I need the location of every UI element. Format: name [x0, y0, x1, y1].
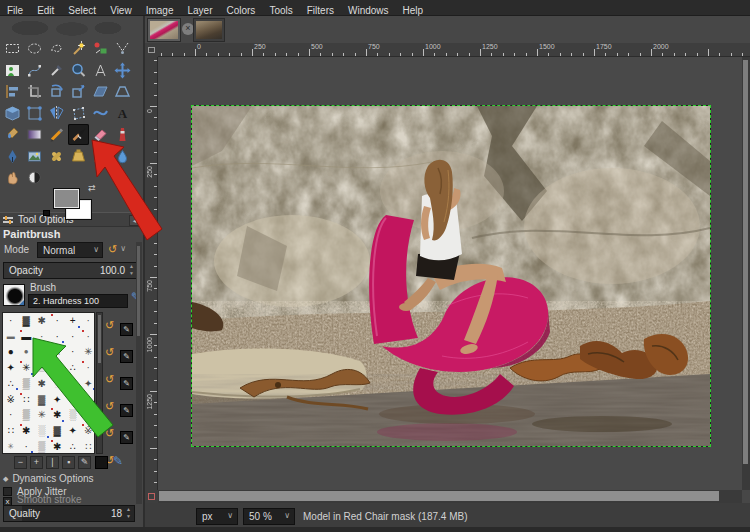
brush-cell[interactable]: · — [65, 329, 81, 345]
tool-color-picker[interactable] — [46, 60, 67, 81]
brush-color-swatch[interactable] — [95, 456, 108, 469]
tool-mypaint-brush[interactable] — [90, 146, 111, 167]
mode-reset-button[interactable]: ↺ ∨ — [108, 243, 138, 258]
canvas-viewport[interactable] — [158, 57, 742, 490]
brush-cell[interactable]: ░ — [34, 423, 50, 439]
tool-shear[interactable] — [90, 81, 111, 102]
brush-cell[interactable]: ✱ — [34, 376, 50, 392]
tool-bucket-fill[interactable] — [2, 124, 23, 145]
brush-cell[interactable]: ✱ — [34, 313, 50, 329]
tool-flip[interactable] — [46, 103, 67, 124]
ruler-corner-button[interactable] — [145, 43, 158, 57]
tool-scissors-select[interactable] — [112, 38, 133, 59]
active-brush-thumbnail[interactable] — [3, 284, 25, 306]
brush-cell[interactable]: ▬ — [19, 329, 35, 345]
brush-cell[interactable]: ✱ — [50, 439, 66, 454]
tool-smudge[interactable] — [2, 167, 23, 188]
brush-cell[interactable]: ✱ — [19, 423, 35, 439]
brush-cell[interactable]: ● — [19, 344, 35, 360]
zoom-dropdown[interactable]: 50 % ∨ — [243, 508, 295, 525]
brush-cell[interactable]: ▓ — [50, 423, 66, 439]
tool-perspective-clone[interactable] — [68, 146, 89, 167]
brush-list-scrollbar[interactable] — [96, 312, 103, 454]
brush-cell[interactable]: ● — [65, 392, 81, 408]
swap-colors-icon[interactable]: ⇄ — [88, 183, 96, 193]
brush-action-button[interactable]: ✎ — [120, 350, 133, 363]
tool-airbrush[interactable] — [112, 124, 133, 145]
brush-cell[interactable]: ▒ — [19, 376, 35, 392]
tool-heal[interactable] — [46, 146, 67, 167]
brush-cell[interactable]: ✱ — [50, 407, 66, 423]
brush-cell[interactable]: ░ — [65, 407, 81, 423]
brush-cell[interactable]: ✦ — [50, 392, 66, 408]
tool-fuzzy-select[interactable] — [68, 38, 89, 59]
brush-cell[interactable]: ✦ — [81, 376, 96, 392]
refresh-icon[interactable]: ↺ — [105, 373, 118, 386]
brush-cell[interactable]: · — [34, 329, 50, 345]
tool-blur-sharpen[interactable] — [112, 146, 133, 167]
brush-cell[interactable]: ░ — [50, 376, 66, 392]
opacity-slider[interactable]: Opacity 100.0 ▲▼ — [3, 262, 138, 279]
brush-cell[interactable]: · — [50, 313, 66, 329]
tool-paths[interactable] — [24, 60, 45, 81]
dock-menu-button[interactable]: ◂ — [129, 215, 140, 226]
tool-cage-transform[interactable] — [68, 103, 89, 124]
brush-cell[interactable]: · — [3, 407, 19, 423]
brush-cell[interactable]: · — [65, 344, 81, 360]
tool-ink[interactable] — [2, 146, 23, 167]
brush-action-button[interactable]: ✎ — [120, 323, 133, 336]
unit-dropdown[interactable]: px ∨ — [196, 508, 238, 525]
brush-cell[interactable]: ∷ — [3, 423, 19, 439]
tool-measure[interactable] — [90, 60, 111, 81]
brush-cell[interactable]: ▓ — [34, 392, 50, 408]
image-tab-red-chair[interactable] — [147, 18, 181, 42]
quality-spinner[interactable]: ▲▼ — [124, 506, 133, 521]
tool-options-scrollbar[interactable] — [136, 242, 142, 504]
edit-brush-icon[interactable]: ✎ — [113, 454, 123, 468]
tool-dodge-burn[interactable] — [24, 167, 45, 188]
brush-action-button[interactable]: ✎ — [120, 404, 133, 417]
brush-cell[interactable]: ▬ — [3, 329, 19, 345]
refresh-icon[interactable]: ↺ — [105, 400, 118, 413]
horizontal-scrollbar[interactable] — [158, 490, 742, 503]
dynamics-options-row[interactable]: ◆Dynamics Options — [3, 473, 94, 485]
brush-cell[interactable]: ✳ — [3, 439, 19, 454]
brush-cell[interactable]: + — [65, 313, 81, 329]
brush-cell[interactable]: ∴ — [3, 376, 19, 392]
brush-cell[interactable]: ✦ — [65, 423, 81, 439]
brush-cell[interactable]: ∴ — [65, 360, 81, 376]
image-tab-rocks[interactable] — [193, 18, 225, 42]
tool-select-by-color[interactable] — [90, 38, 111, 59]
tool-ellipse-select[interactable] — [24, 38, 45, 59]
tool-crop[interactable] — [24, 81, 45, 102]
tool-free-select[interactable] — [46, 38, 67, 59]
brush-action-button[interactable]: ✎ — [120, 377, 133, 390]
tool-zoom[interactable] — [68, 60, 89, 81]
refresh-icon[interactable]: ↺ — [105, 319, 118, 332]
tool-pencil[interactable] — [46, 124, 67, 145]
brush-cell[interactable]: · — [81, 313, 96, 329]
brush-cell[interactable]: ▒ — [34, 360, 50, 376]
quality-slider[interactable]: Quality 18 ▲▼ — [3, 505, 135, 522]
brush-cell[interactable]: ✳ — [65, 376, 81, 392]
brush-cell[interactable]: · — [50, 329, 66, 345]
tool-perspective[interactable] — [112, 81, 133, 102]
tool-unified-transform[interactable] — [2, 103, 23, 124]
brush-cell[interactable]: ▒ — [19, 407, 35, 423]
canvas-image[interactable] — [192, 106, 710, 446]
brush-cell[interactable]: ∷ — [19, 392, 35, 408]
tool-clone[interactable] — [24, 146, 45, 167]
brush-cell[interactable]: ✳ — [81, 344, 96, 360]
tool-rectangle-select[interactable] — [2, 38, 23, 59]
brush-cell[interactable]: ✦ — [81, 407, 96, 423]
brush-cell[interactable]: ▒ — [34, 439, 50, 454]
brush-cell[interactable]: · — [3, 313, 19, 329]
brush-cell[interactable]: ★ — [50, 344, 66, 360]
brush-cell[interactable]: ✦ — [3, 360, 19, 376]
brush-footer-button[interactable]: − — [14, 456, 27, 469]
brush-cell[interactable]: ✳ — [34, 407, 50, 423]
tool-alignment[interactable] — [2, 81, 23, 102]
brush-cell[interactable]: · — [81, 360, 96, 376]
refresh-icon[interactable]: ↺ — [105, 427, 118, 440]
tool-handle-transform[interactable] — [24, 103, 45, 124]
